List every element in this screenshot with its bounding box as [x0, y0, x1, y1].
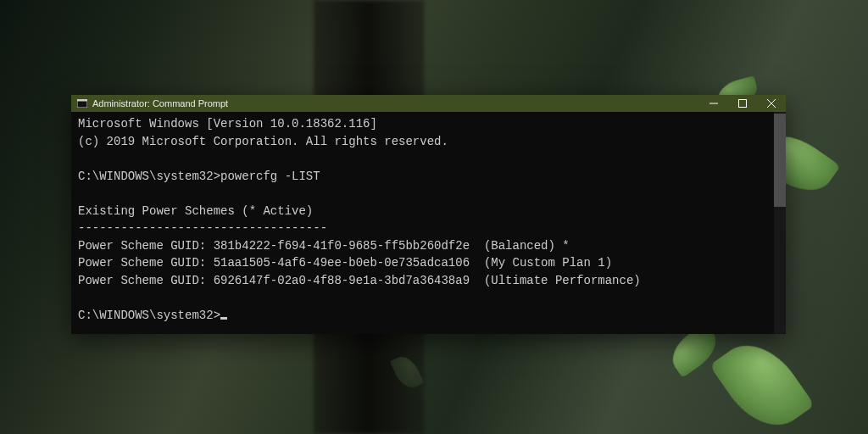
maximize-button[interactable]	[728, 95, 757, 112]
banner-line: Microsoft Windows [Version 10.0.18362.11…	[78, 117, 377, 131]
svg-rect-2	[709, 103, 718, 104]
scrollbar-thumb[interactable]	[774, 114, 786, 207]
titlebar[interactable]: Administrator: Command Prompt	[71, 95, 786, 112]
wallpaper-leaf	[709, 329, 815, 434]
command-text: powercfg -LIST	[220, 170, 320, 183]
output-heading: Existing Power Schemes (* Active)	[78, 204, 313, 218]
power-scheme-line: Power Scheme GUID: 6926147f-02a0-4f88-9e…	[78, 274, 641, 287]
terminal-output[interactable]: Microsoft Windows [Version 10.0.18362.11…	[71, 112, 786, 334]
window-title: Administrator: Command Prompt	[92, 98, 228, 108]
prompt: C:\WINDOWS\system32>	[78, 170, 220, 183]
scrollbar[interactable]	[774, 112, 786, 334]
banner-line: (c) 2019 Microsoft Corporation. All righ…	[78, 135, 448, 148]
prompt: C:\WINDOWS\system32>	[78, 309, 220, 322]
close-button[interactable]	[757, 95, 786, 112]
power-scheme-line: Power Scheme GUID: 51aa1505-4af6-49ee-b0…	[78, 256, 612, 270]
svg-rect-3	[739, 100, 747, 108]
power-scheme-line: Power Scheme GUID: 381b4222-f694-41f0-96…	[78, 239, 570, 253]
desktop-wallpaper: Administrator: Command Prompt Microsoft …	[0, 0, 868, 434]
cmd-icon	[76, 97, 88, 109]
cursor	[220, 317, 227, 320]
output-divider: -----------------------------------	[78, 221, 327, 235]
minimize-button[interactable]	[699, 95, 728, 112]
command-prompt-window: Administrator: Command Prompt Microsoft …	[71, 95, 786, 334]
svg-rect-1	[77, 99, 87, 102]
